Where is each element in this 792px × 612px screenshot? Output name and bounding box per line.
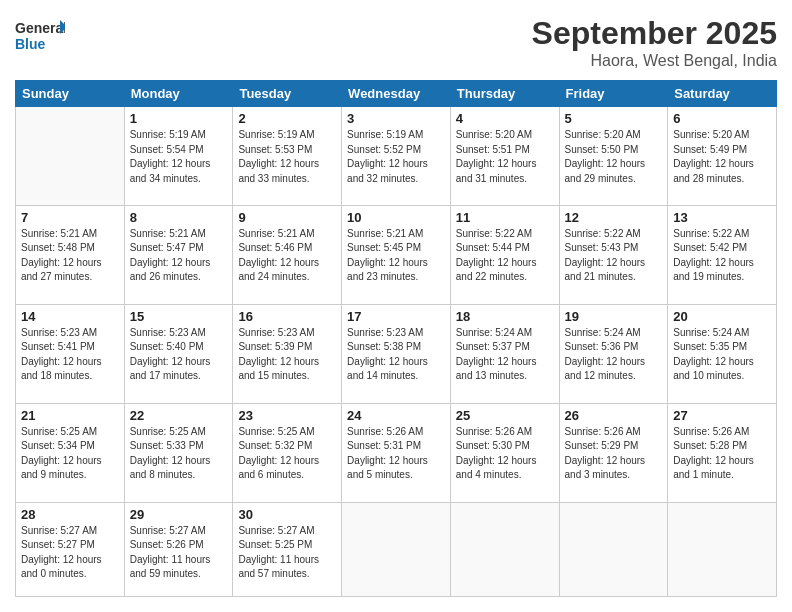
day-number: 16	[238, 309, 336, 324]
calendar-cell: 16Sunrise: 5:23 AM Sunset: 5:39 PM Dayli…	[233, 304, 342, 403]
calendar-cell: 11Sunrise: 5:22 AM Sunset: 5:44 PM Dayli…	[450, 205, 559, 304]
calendar-table: SundayMondayTuesdayWednesdayThursdayFrid…	[15, 80, 777, 597]
calendar-cell	[668, 502, 777, 596]
calendar-cell: 9Sunrise: 5:21 AM Sunset: 5:46 PM Daylig…	[233, 205, 342, 304]
day-info: Sunrise: 5:23 AM Sunset: 5:38 PM Dayligh…	[347, 326, 445, 384]
day-info: Sunrise: 5:22 AM Sunset: 5:42 PM Dayligh…	[673, 227, 771, 285]
calendar-cell: 23Sunrise: 5:25 AM Sunset: 5:32 PM Dayli…	[233, 403, 342, 502]
calendar-cell: 2Sunrise: 5:19 AM Sunset: 5:53 PM Daylig…	[233, 107, 342, 206]
day-number: 15	[130, 309, 228, 324]
calendar-cell	[450, 502, 559, 596]
calendar-cell: 20Sunrise: 5:24 AM Sunset: 5:35 PM Dayli…	[668, 304, 777, 403]
day-info: Sunrise: 5:20 AM Sunset: 5:49 PM Dayligh…	[673, 128, 771, 186]
day-number: 20	[673, 309, 771, 324]
calendar-cell: 5Sunrise: 5:20 AM Sunset: 5:50 PM Daylig…	[559, 107, 668, 206]
day-number: 23	[238, 408, 336, 423]
calendar-day-header: Friday	[559, 81, 668, 107]
calendar-cell	[16, 107, 125, 206]
day-number: 9	[238, 210, 336, 225]
calendar-week-row: 21Sunrise: 5:25 AM Sunset: 5:34 PM Dayli…	[16, 403, 777, 502]
day-info: Sunrise: 5:23 AM Sunset: 5:40 PM Dayligh…	[130, 326, 228, 384]
calendar-cell: 12Sunrise: 5:22 AM Sunset: 5:43 PM Dayli…	[559, 205, 668, 304]
calendar-day-header: Sunday	[16, 81, 125, 107]
day-number: 10	[347, 210, 445, 225]
svg-text:Blue: Blue	[15, 36, 46, 52]
day-number: 1	[130, 111, 228, 126]
day-number: 28	[21, 507, 119, 522]
calendar-cell: 14Sunrise: 5:23 AM Sunset: 5:41 PM Dayli…	[16, 304, 125, 403]
day-info: Sunrise: 5:27 AM Sunset: 5:26 PM Dayligh…	[130, 524, 228, 582]
day-number: 29	[130, 507, 228, 522]
logo: General Blue	[15, 15, 65, 55]
calendar-cell: 19Sunrise: 5:24 AM Sunset: 5:36 PM Dayli…	[559, 304, 668, 403]
title-block: September 2025 Haora, West Bengal, India	[532, 15, 777, 70]
day-info: Sunrise: 5:26 AM Sunset: 5:30 PM Dayligh…	[456, 425, 554, 483]
day-number: 13	[673, 210, 771, 225]
day-info: Sunrise: 5:26 AM Sunset: 5:28 PM Dayligh…	[673, 425, 771, 483]
calendar-cell: 6Sunrise: 5:20 AM Sunset: 5:49 PM Daylig…	[668, 107, 777, 206]
calendar-cell: 15Sunrise: 5:23 AM Sunset: 5:40 PM Dayli…	[124, 304, 233, 403]
calendar-day-header: Tuesday	[233, 81, 342, 107]
day-info: Sunrise: 5:27 AM Sunset: 5:27 PM Dayligh…	[21, 524, 119, 582]
day-info: Sunrise: 5:25 AM Sunset: 5:34 PM Dayligh…	[21, 425, 119, 483]
day-info: Sunrise: 5:20 AM Sunset: 5:50 PM Dayligh…	[565, 128, 663, 186]
day-number: 21	[21, 408, 119, 423]
calendar-cell	[559, 502, 668, 596]
day-number: 5	[565, 111, 663, 126]
day-info: Sunrise: 5:19 AM Sunset: 5:54 PM Dayligh…	[130, 128, 228, 186]
calendar-cell	[342, 502, 451, 596]
calendar-cell: 10Sunrise: 5:21 AM Sunset: 5:45 PM Dayli…	[342, 205, 451, 304]
calendar-cell: 21Sunrise: 5:25 AM Sunset: 5:34 PM Dayli…	[16, 403, 125, 502]
calendar-cell: 28Sunrise: 5:27 AM Sunset: 5:27 PM Dayli…	[16, 502, 125, 596]
day-info: Sunrise: 5:22 AM Sunset: 5:44 PM Dayligh…	[456, 227, 554, 285]
month-title: September 2025	[532, 15, 777, 52]
day-number: 27	[673, 408, 771, 423]
calendar-cell: 13Sunrise: 5:22 AM Sunset: 5:42 PM Dayli…	[668, 205, 777, 304]
day-number: 24	[347, 408, 445, 423]
day-number: 22	[130, 408, 228, 423]
day-number: 30	[238, 507, 336, 522]
calendar-cell: 8Sunrise: 5:21 AM Sunset: 5:47 PM Daylig…	[124, 205, 233, 304]
day-info: Sunrise: 5:25 AM Sunset: 5:33 PM Dayligh…	[130, 425, 228, 483]
calendar-day-header: Monday	[124, 81, 233, 107]
day-info: Sunrise: 5:20 AM Sunset: 5:51 PM Dayligh…	[456, 128, 554, 186]
calendar-header-row: SundayMondayTuesdayWednesdayThursdayFrid…	[16, 81, 777, 107]
day-info: Sunrise: 5:21 AM Sunset: 5:48 PM Dayligh…	[21, 227, 119, 285]
day-number: 7	[21, 210, 119, 225]
location: Haora, West Bengal, India	[532, 52, 777, 70]
day-number: 12	[565, 210, 663, 225]
calendar-cell: 18Sunrise: 5:24 AM Sunset: 5:37 PM Dayli…	[450, 304, 559, 403]
page: General Blue September 2025 Haora, West …	[0, 0, 792, 612]
day-info: Sunrise: 5:26 AM Sunset: 5:29 PM Dayligh…	[565, 425, 663, 483]
calendar-cell: 25Sunrise: 5:26 AM Sunset: 5:30 PM Dayli…	[450, 403, 559, 502]
calendar-cell: 1Sunrise: 5:19 AM Sunset: 5:54 PM Daylig…	[124, 107, 233, 206]
calendar-cell: 30Sunrise: 5:27 AM Sunset: 5:25 PM Dayli…	[233, 502, 342, 596]
calendar-day-header: Thursday	[450, 81, 559, 107]
calendar-cell: 24Sunrise: 5:26 AM Sunset: 5:31 PM Dayli…	[342, 403, 451, 502]
calendar-day-header: Saturday	[668, 81, 777, 107]
logo-svg: General Blue	[15, 15, 65, 55]
day-info: Sunrise: 5:24 AM Sunset: 5:35 PM Dayligh…	[673, 326, 771, 384]
day-info: Sunrise: 5:19 AM Sunset: 5:52 PM Dayligh…	[347, 128, 445, 186]
calendar-day-header: Wednesday	[342, 81, 451, 107]
day-info: Sunrise: 5:27 AM Sunset: 5:25 PM Dayligh…	[238, 524, 336, 582]
day-info: Sunrise: 5:22 AM Sunset: 5:43 PM Dayligh…	[565, 227, 663, 285]
day-number: 26	[565, 408, 663, 423]
calendar-cell: 27Sunrise: 5:26 AM Sunset: 5:28 PM Dayli…	[668, 403, 777, 502]
day-number: 18	[456, 309, 554, 324]
calendar-cell: 4Sunrise: 5:20 AM Sunset: 5:51 PM Daylig…	[450, 107, 559, 206]
day-info: Sunrise: 5:21 AM Sunset: 5:45 PM Dayligh…	[347, 227, 445, 285]
day-info: Sunrise: 5:19 AM Sunset: 5:53 PM Dayligh…	[238, 128, 336, 186]
day-number: 6	[673, 111, 771, 126]
day-number: 2	[238, 111, 336, 126]
calendar-cell: 7Sunrise: 5:21 AM Sunset: 5:48 PM Daylig…	[16, 205, 125, 304]
day-number: 14	[21, 309, 119, 324]
day-info: Sunrise: 5:21 AM Sunset: 5:47 PM Dayligh…	[130, 227, 228, 285]
day-info: Sunrise: 5:25 AM Sunset: 5:32 PM Dayligh…	[238, 425, 336, 483]
day-info: Sunrise: 5:23 AM Sunset: 5:39 PM Dayligh…	[238, 326, 336, 384]
day-number: 17	[347, 309, 445, 324]
day-number: 11	[456, 210, 554, 225]
day-number: 25	[456, 408, 554, 423]
header: General Blue September 2025 Haora, West …	[15, 15, 777, 70]
calendar-cell: 26Sunrise: 5:26 AM Sunset: 5:29 PM Dayli…	[559, 403, 668, 502]
